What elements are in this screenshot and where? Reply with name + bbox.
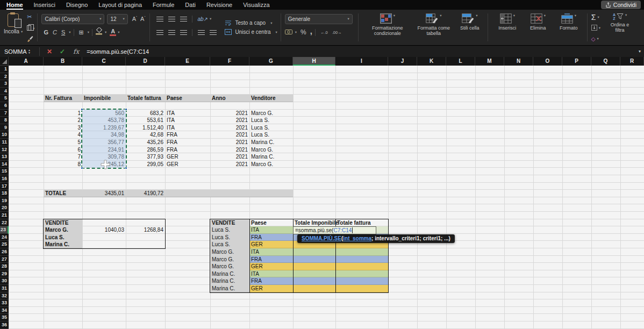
column-header-K[interactable]: K <box>417 57 446 66</box>
cancel-icon[interactable]: ✕ <box>47 48 52 55</box>
cell[interactable]: 5 <box>44 139 82 146</box>
row-header-21[interactable]: 21 <box>0 212 9 219</box>
column-header-O[interactable]: O <box>533 57 562 66</box>
tab-home[interactable]: Home <box>6 2 23 8</box>
decrease-decimal-button[interactable]: .00→ <box>332 30 342 35</box>
row-header-3[interactable]: 3 <box>0 80 9 88</box>
cell[interactable]: Marco G. <box>249 161 293 168</box>
cell[interactable]: 4190,72 <box>126 190 165 197</box>
merge-center-button[interactable]: Unisci e centra▾ <box>225 29 277 35</box>
row-header-12[interactable]: 12 <box>0 146 9 154</box>
row-header-15[interactable]: 15 <box>0 168 9 175</box>
underline-button[interactable]: S <box>61 29 65 35</box>
cell[interactable]: 1.512,40 <box>126 124 165 132</box>
align-left-button[interactable] <box>156 30 163 35</box>
row-header-16[interactable]: 16 <box>0 175 9 183</box>
tab-inserisci[interactable]: Inserisci <box>34 2 55 8</box>
cell[interactable]: 553,61 <box>126 117 165 124</box>
row-header-11[interactable]: 11 <box>0 139 9 146</box>
cell[interactable]: 2021 <box>210 131 249 139</box>
row-header-18[interactable]: 18 <box>0 190 9 197</box>
paste-button[interactable]: Incolla▾ <box>4 12 23 44</box>
cell[interactable]: 3 <box>44 124 82 132</box>
cell[interactable]: 2 <box>44 117 82 124</box>
autosum-button[interactable]: Σ <box>591 14 596 20</box>
name-box[interactable]: SOMMA <box>0 48 28 55</box>
row-header-9[interactable]: 9 <box>0 124 9 132</box>
row-header-33[interactable]: 33 <box>0 299 9 307</box>
formula-input[interactable]: =somma.più.se(C7:C14 <box>83 48 635 55</box>
row-header-30[interactable]: 30 <box>0 277 9 285</box>
column-header-F[interactable]: F <box>210 57 249 66</box>
selection-handle[interactable] <box>125 108 127 111</box>
header-cell[interactable]: Venditore <box>249 95 293 102</box>
cell[interactable]: 683,2 <box>126 110 165 117</box>
editing-cell[interactable]: =somma.più.se(C7:C14 <box>293 226 376 234</box>
column-header-G[interactable]: G <box>249 57 293 66</box>
format-as-table-button[interactable]: ▾ Formatta come tabella <box>416 13 452 37</box>
cell[interactable]: 2021 <box>210 146 249 154</box>
row-header-19[interactable]: 19 <box>0 197 9 205</box>
conditional-formatting-button[interactable]: ▾ Formattazione condizionale <box>365 13 410 37</box>
tab-disegno[interactable]: Disegno <box>66 2 88 8</box>
cell[interactable]: 6 <box>44 146 82 154</box>
align-center-button[interactable] <box>168 30 175 35</box>
copy-button[interactable]: ▾ <box>27 25 34 32</box>
cell[interactable]: Luca S. <box>249 131 293 139</box>
cell[interactable]: 435,26 <box>126 139 165 146</box>
font-color-button[interactable]: A <box>110 28 116 36</box>
selection-handle[interactable] <box>81 167 83 169</box>
argument-link[interactable]: int_somma <box>343 235 371 241</box>
format-cells-button[interactable]: ▾ Formato <box>556 13 582 31</box>
cut-button[interactable]: ✂ <box>27 13 34 20</box>
bold-button[interactable]: G <box>44 29 48 35</box>
italic-button[interactable]: C <box>53 29 57 35</box>
percent-button[interactable]: % <box>300 28 306 36</box>
row-header-5[interactable]: 5 <box>0 95 9 102</box>
cell[interactable]: 2021 <box>210 124 249 132</box>
cell[interactable]: 3435,01 <box>82 190 126 197</box>
column-header-D[interactable]: D <box>126 57 165 66</box>
tab-formule[interactable]: Formule <box>153 2 174 8</box>
row-header-27[interactable]: 27 <box>0 256 9 263</box>
row-header-4[interactable]: 4 <box>0 88 9 95</box>
row-header-20[interactable]: 20 <box>0 204 9 212</box>
column-header-B[interactable]: B <box>44 57 82 66</box>
row-header-29[interactable]: 29 <box>0 270 9 278</box>
column-header-M[interactable]: M <box>475 57 504 66</box>
align-right-button[interactable] <box>180 30 187 35</box>
row-header-23[interactable]: 23 <box>0 226 9 234</box>
row-header-8[interactable]: 8 <box>0 117 9 124</box>
header-cell[interactable]: Nr. Fattura <box>44 95 82 102</box>
column-header-E[interactable]: E <box>165 57 210 66</box>
row-header-28[interactable]: 28 <box>0 263 9 270</box>
row-header-13[interactable]: 13 <box>0 153 9 161</box>
worksheet[interactable]: Nr. FatturaImponibileTotale fatturaPaese… <box>0 57 644 329</box>
header-cell[interactable]: Imponibile <box>82 95 126 102</box>
function-name-link[interactable]: SOMMA.PIÙ.SE <box>302 235 341 241</box>
currency-button[interactable] <box>285 27 294 37</box>
row-header-7[interactable]: 7 <box>0 110 9 117</box>
column-header-H[interactable]: H <box>293 57 335 66</box>
cell[interactable]: Marina C. <box>249 139 293 146</box>
header-cell[interactable]: Totale fattura <box>126 95 165 102</box>
select-all-corner[interactable] <box>0 57 9 66</box>
column-header-C[interactable]: C <box>82 57 126 66</box>
tab-revisione[interactable]: Revisione <box>206 2 232 8</box>
cell[interactable]: Marina C. <box>249 153 293 161</box>
comma-style-button[interactable]: , <box>310 28 312 34</box>
row-header-24[interactable]: 24 <box>0 234 9 241</box>
row-header-17[interactable]: 17 <box>0 183 9 190</box>
row-header-26[interactable]: 26 <box>0 248 9 256</box>
row-header-32[interactable]: 32 <box>0 292 9 300</box>
insert-cells-button[interactable]: ▾ Inserisci <box>495 13 520 31</box>
column-header-R[interactable]: R <box>620 57 644 66</box>
cell[interactable]: ITA <box>165 124 210 132</box>
cell[interactable]: Marco G. <box>249 110 293 117</box>
font-size-select[interactable]: 12▾ <box>107 14 127 24</box>
row-header-2[interactable]: 2 <box>0 73 9 81</box>
share-button[interactable]: Condividi <box>601 1 641 9</box>
row-header-22[interactable]: 22 <box>0 219 9 227</box>
align-top-button[interactable] <box>156 17 163 22</box>
number-format-select[interactable]: Generale▾ <box>285 14 353 24</box>
